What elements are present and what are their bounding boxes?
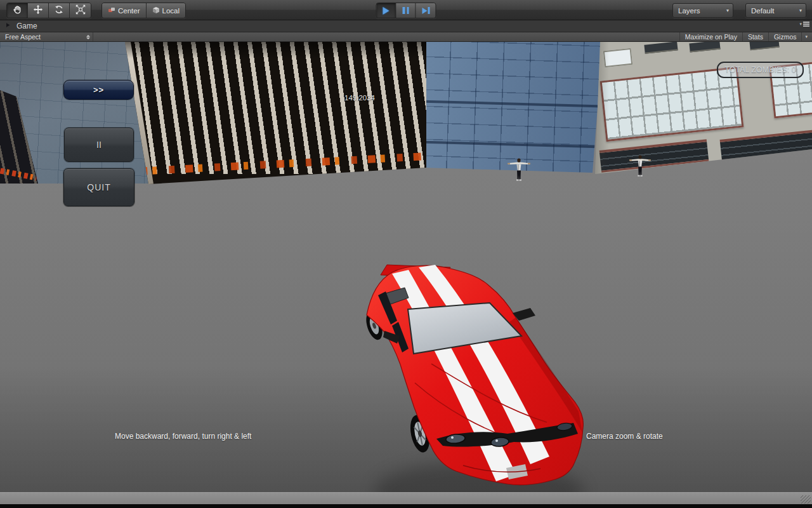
rotation-local-label: Local bbox=[162, 7, 180, 15]
building-pillar-facade bbox=[102, 42, 426, 184]
pause-icon bbox=[403, 7, 409, 14]
pivot-center-icon bbox=[108, 6, 115, 15]
building-window-slit bbox=[599, 139, 709, 173]
scale-tool-button[interactable] bbox=[70, 3, 91, 18]
transform-tools-group bbox=[6, 3, 91, 18]
rotation-local-button[interactable]: Local bbox=[147, 3, 186, 18]
pause-button[interactable] bbox=[396, 3, 416, 18]
cube-icon bbox=[152, 6, 160, 15]
chevron-down-icon: ▾ bbox=[799, 8, 802, 13]
building-window bbox=[689, 42, 720, 52]
building-floor-band bbox=[424, 141, 620, 149]
play-controls-group bbox=[376, 3, 436, 18]
panel-menu-icon[interactable]: ▾ bbox=[799, 22, 809, 27]
layout-dropdown[interactable]: Default ▾ bbox=[745, 3, 806, 18]
zombie-figure bbox=[629, 154, 652, 178]
speed-readout: 149.2034 bbox=[325, 94, 395, 102]
layers-dropdown-label: Layers bbox=[678, 7, 700, 15]
hamburger-icon bbox=[803, 22, 809, 27]
hand-icon bbox=[12, 4, 22, 17]
building-floor-band bbox=[424, 100, 620, 109]
gizmos-dropdown-arrow[interactable]: ▾ bbox=[801, 32, 811, 41]
controls-hint-right: Camera zoom & rotate bbox=[586, 432, 663, 441]
step-icon bbox=[422, 7, 429, 14]
zombie-figure bbox=[507, 157, 531, 183]
skip-button[interactable]: >> bbox=[63, 80, 134, 100]
game-tab[interactable]: Game bbox=[3, 20, 44, 32]
rotate-tool-button[interactable] bbox=[49, 3, 70, 18]
move-icon bbox=[33, 4, 43, 17]
popup-arrows-icon bbox=[86, 35, 90, 39]
play-button[interactable] bbox=[377, 3, 396, 18]
game-control-bar: Free Aspect Maximize on Play Stats Gizmo… bbox=[0, 32, 812, 42]
building-top-shade bbox=[102, 42, 426, 58]
hand-tool-button[interactable] bbox=[7, 3, 28, 18]
window-bottom-edge bbox=[0, 504, 812, 508]
play-icon bbox=[383, 7, 390, 15]
main-toolbar: Center Local Layers ▾ Default ▾ bbox=[0, 0, 812, 20]
layout-dropdown-label: Default bbox=[751, 7, 774, 15]
pivot-center-label: Center bbox=[118, 7, 140, 15]
game-pause-button[interactable]: II bbox=[64, 128, 134, 162]
building-window bbox=[749, 42, 779, 50]
pivot-center-button[interactable]: Center bbox=[102, 3, 147, 18]
move-tool-button[interactable] bbox=[28, 3, 49, 18]
maximize-on-play-button[interactable]: Maximize on Play bbox=[679, 32, 742, 41]
building-blue-glass-center bbox=[424, 42, 603, 173]
chevron-down-icon: ▾ bbox=[726, 8, 729, 13]
unity-editor-window: Center Local Layers ▾ Default ▾ Game bbox=[0, 0, 812, 508]
chevron-down-icon: ▾ bbox=[799, 22, 802, 27]
step-button[interactable] bbox=[416, 3, 436, 18]
rotate-icon bbox=[54, 4, 64, 17]
zombie-counter-badge: TOTAL ZOMBIES: 0 bbox=[717, 62, 804, 78]
status-bar bbox=[0, 492, 812, 505]
game-view-toggles: Maximize on Play Stats Gizmos ▾ bbox=[679, 32, 811, 41]
player-car bbox=[355, 255, 599, 490]
panel-tab-bar: Game ▾ bbox=[0, 20, 812, 32]
game-viewport[interactable]: >> II QUIT 149.2034 TOTAL ZOMBIES: 0 Mov… bbox=[0, 42, 812, 492]
gizmos-button[interactable]: Gizmos bbox=[768, 32, 802, 41]
resize-grip[interactable] bbox=[801, 495, 811, 504]
controls-hint-left: Move backward, forward, turn right & lef… bbox=[115, 432, 251, 441]
stats-button[interactable]: Stats bbox=[742, 32, 768, 41]
quit-button[interactable]: QUIT bbox=[63, 168, 134, 206]
pivot-rotation-group: Center Local bbox=[102, 3, 186, 18]
building-window-slit bbox=[720, 130, 812, 161]
layers-dropdown[interactable]: Layers ▾ bbox=[672, 3, 733, 18]
aspect-dropdown[interactable]: Free Aspect bbox=[0, 32, 93, 41]
game-view-icon bbox=[6, 22, 13, 30]
aspect-dropdown-label: Free Aspect bbox=[5, 33, 41, 41]
scale-icon bbox=[75, 4, 86, 17]
game-tab-label: Game bbox=[16, 22, 37, 30]
building-window bbox=[644, 42, 678, 54]
